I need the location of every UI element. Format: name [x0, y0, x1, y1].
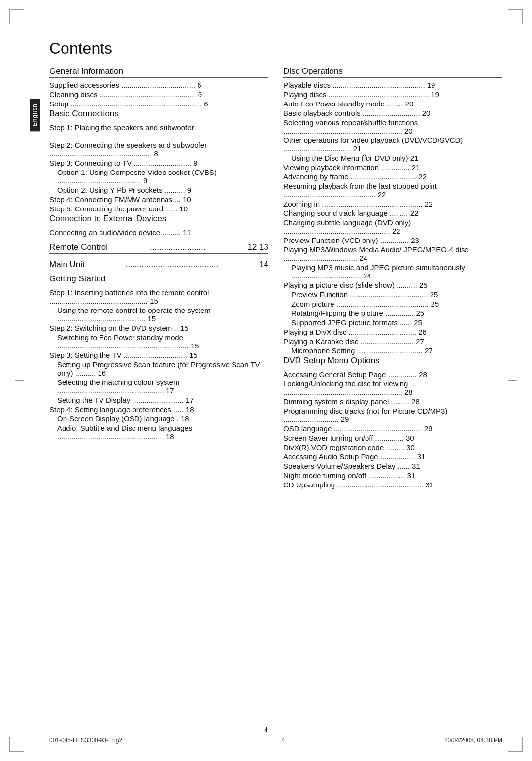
toc-entry: Night mode turning on/off ..............…	[283, 471, 502, 480]
footer: 001-045-HTS3300-93-Eng2 4 20/04/2005, 04…	[49, 737, 502, 744]
section-header-remote: Remote Control ........................ …	[49, 242, 268, 254]
entry-text: Selecting various repeat/shuffle functio…	[283, 118, 418, 135]
toc-entry: Step 1: Inserting batteries into the rem…	[49, 288, 268, 305]
entry-text: Connecting an audio/video device .......…	[49, 228, 191, 237]
toc-entry: Resuming playback from the last stopped …	[283, 182, 502, 199]
toc-entry: Using the remote control to operate the …	[49, 306, 268, 323]
entry-page: 6	[198, 90, 202, 99]
entry-text: Preview Function (VCD only) ............…	[283, 236, 411, 244]
corner-mark-bl	[9, 737, 24, 752]
entry-text: Step 2: Switching on the DVD system .. 1…	[49, 324, 189, 332]
entry-text: Zooming in .............................…	[283, 200, 425, 208]
entry-text: Option 2: Using Y Pb Pr sockets ........…	[57, 186, 187, 194]
entry-page: 15	[147, 314, 156, 323]
entry-text: Selecting the matching colour system ...…	[57, 378, 179, 395]
entry-page: 9	[143, 176, 147, 185]
toc-entry: Preview Function .......................…	[283, 290, 502, 299]
toc-entry: Screen Saver turning on/off ............…	[283, 434, 502, 442]
entry-text: DivX(R) VOD registration code .........	[283, 443, 406, 451]
entry-text: Step 3: Setting the TV .................…	[49, 351, 189, 359]
corner-mark-tl	[9, 9, 24, 24]
entry-text: Setting the TV Display .................…	[57, 396, 186, 404]
toc-entry: Basic playback controls ................…	[283, 109, 502, 117]
entry-text: Step 4: Setting language preferences ...…	[49, 405, 186, 414]
toc-entry: Supported JPEG picture formats ...... 25	[283, 318, 502, 327]
entry-text: Supplied accessories ...................…	[49, 81, 197, 89]
entry-page: 15	[189, 351, 198, 359]
corner-mark-tr	[508, 9, 523, 24]
section-header-basic: Basic Connections	[49, 109, 268, 120]
section-main-unit: Main Unit ..............................…	[49, 260, 268, 271]
entry-page: 29	[341, 415, 349, 423]
left-column: General Information Supplied accessories…	[49, 67, 268, 490]
toc-entry: Other operations for video playback (DVD…	[283, 136, 502, 153]
toc-entry: Selecting the matching colour system ...…	[49, 378, 268, 395]
entry-text: Rotating/Flipping the picture ..........…	[291, 309, 416, 317]
page-number-center: 4	[264, 726, 268, 734]
entry-page: 25	[416, 309, 424, 317]
toc-entry: Step 2: Connecting the speakers and subw…	[49, 141, 268, 158]
toc-entry: Using the Disc Menu (for DVD only) 21	[283, 154, 502, 162]
toc-entry: Step 4: Setting language preferences ...…	[49, 405, 268, 414]
entry-text: Playing MP3 music and JPEG picture simul…	[291, 263, 465, 280]
entry-page: 9	[193, 159, 197, 167]
entry-page: 24	[359, 254, 367, 262]
toc-entry: Step 3: Connecting to TV ...............…	[49, 159, 268, 167]
entry-text: Accessing General Setup Page ...........…	[283, 370, 419, 379]
entry-text: Step 5: Connecting the power cord ......…	[49, 205, 188, 213]
main-unit-dots: ........................................	[125, 260, 218, 270]
entry-page: 17	[186, 396, 194, 404]
entry-text: Playing MP3/Windows Media Audio/ JPEG/MP…	[283, 245, 468, 262]
entry-text: Dimming system s display panel .........	[283, 397, 411, 406]
section-header-disc: Disc Operations	[283, 67, 502, 78]
section-remote-control: Remote Control ........................ …	[49, 242, 268, 254]
entry-text: Step 2: Connecting the speakers and subw…	[49, 141, 207, 158]
section-basic-connections: Basic Connections Step 1: Placing the sp…	[49, 109, 268, 213]
entry-text: On-Screen Display (OSD) language .	[57, 415, 181, 423]
entry-page: 28	[404, 388, 413, 396]
side-mark-left	[15, 380, 24, 381]
toc-entry: Viewing playback information ...........…	[283, 163, 502, 172]
entry-page: 24	[363, 272, 371, 280]
section-header-getting-started: Getting Started	[49, 274, 268, 285]
toc-entry: Programming disc tracks (not for Picture…	[283, 407, 502, 423]
entry-text: Preview Function .......................…	[291, 290, 430, 299]
entry-text: Playing discs ..........................…	[283, 90, 431, 99]
entry-page: 21	[353, 144, 362, 153]
toc-entry: On-Screen Display (OSD) language . 18	[49, 415, 268, 423]
entry-page: 6	[204, 100, 208, 108]
toc-entry: Speakers Volume/Speakers Delay ...... 31	[283, 462, 502, 470]
entry-page: 20	[422, 109, 431, 117]
entry-page: 28	[419, 370, 427, 379]
toc-entry: Playable discs .........................…	[283, 81, 502, 89]
entry-page: 25	[431, 300, 439, 308]
section-external-devices: Connection to External Devices Connectin…	[49, 214, 268, 237]
entry-text: Viewing playback information ...........…	[283, 163, 412, 172]
entry-page: 28	[411, 397, 420, 406]
entry-text: Speakers Volume/Speakers Delay ......	[283, 462, 412, 470]
toc-entry: OSD language ...........................…	[283, 424, 502, 433]
toc-entry: Setup ..................................…	[49, 100, 268, 108]
toc-entry: Accessing General Setup Page ...........…	[283, 370, 502, 379]
entry-text: Basic playback controls ................…	[283, 109, 422, 117]
entry-page: 18	[181, 415, 189, 423]
remote-dots: ........................	[150, 242, 205, 252]
entry-page: 8	[154, 149, 158, 158]
toc-entry: Option 1: Using Composite Video socket (…	[49, 168, 268, 185]
toc-entry: Accessing Audio Setup Page .............…	[283, 452, 502, 461]
toc-entry: Setting up Progressive Scan feature (for…	[49, 360, 268, 377]
entry-page: 31	[407, 471, 416, 480]
entry-page: 19	[431, 90, 439, 99]
entry-page: 9	[187, 186, 191, 194]
entry-page: 6	[197, 81, 201, 89]
entry-text: Step 4: Connecting FM/MW antennas ... 10	[49, 195, 191, 204]
right-column: Disc Operations Playable discs .........…	[283, 67, 502, 490]
entry-text: Screen Saver turning on/off ............…	[283, 434, 406, 442]
entry-text: CD Upsampling ..........................…	[283, 481, 425, 489]
toc-entry: Changing subtitle language (DVD only) ..…	[283, 218, 502, 235]
entry-text: Other operations for video playback (DVD…	[283, 136, 463, 153]
toc-entry: Playing a DivX disc ....................…	[283, 328, 502, 336]
entry-text: Playing a DivX disc ....................…	[283, 328, 418, 336]
entry-page: 27	[425, 346, 433, 355]
entry-page: 21	[412, 163, 420, 172]
